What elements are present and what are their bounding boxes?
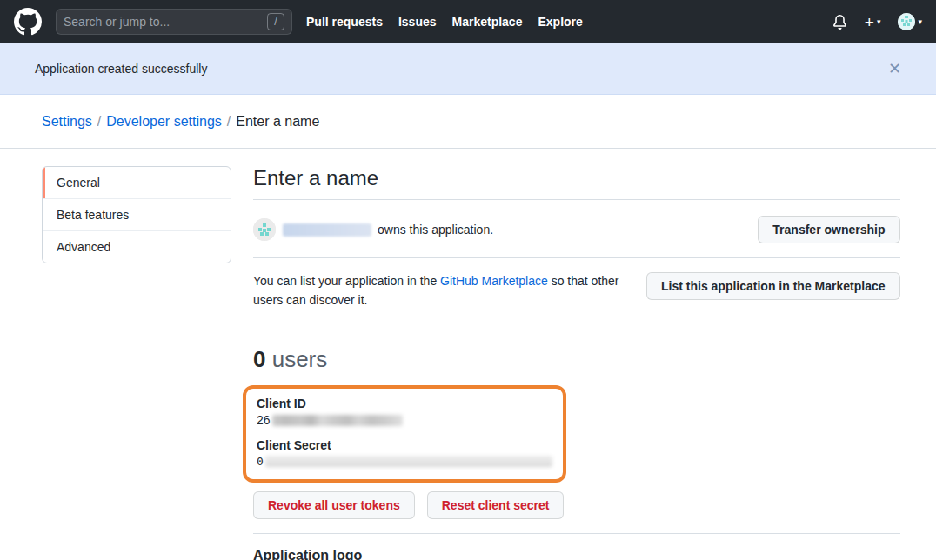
- client-id-label: Client ID: [257, 397, 552, 410]
- breadcrumb-separator: /: [227, 114, 231, 129]
- client-id-redacted: [272, 415, 403, 426]
- breadcrumb-current: Enter a name: [236, 114, 319, 129]
- notifications-bell-icon[interactable]: [832, 15, 847, 30]
- breadcrumb-band: Settings/Developer settings/Enter a name: [0, 95, 936, 149]
- owner-avatar: [253, 218, 276, 241]
- owner-row: owns this application. Transfer ownershi…: [253, 216, 900, 243]
- chevron-down-icon: ▾: [918, 17, 922, 26]
- nav-marketplace[interactable]: Marketplace: [452, 15, 523, 29]
- flash-message: Application created successfully: [35, 62, 207, 76]
- active-marker: [43, 167, 45, 198]
- users-count-heading: 0 users: [253, 346, 900, 373]
- breadcrumb: Settings/Developer settings/Enter a name: [42, 95, 894, 148]
- page-title: Enter a name: [253, 166, 900, 200]
- user-avatar: [898, 13, 915, 30]
- reset-secret-button[interactable]: Reset client secret: [427, 491, 565, 519]
- breadcrumb-settings[interactable]: Settings: [42, 114, 92, 129]
- users-label: users: [272, 346, 328, 372]
- breadcrumb-separator: /: [97, 114, 101, 129]
- owner-name-redacted: [283, 223, 371, 237]
- divider: [253, 533, 900, 534]
- client-secret-value: 0: [257, 455, 552, 468]
- application-logo-heading: Application logo: [253, 548, 900, 560]
- client-secret-redacted: [265, 456, 552, 467]
- sidebar-item-general[interactable]: General: [43, 167, 231, 198]
- nav-pull-requests[interactable]: Pull requests: [306, 15, 383, 29]
- divider: [253, 257, 900, 258]
- plus-icon: +: [865, 14, 874, 30]
- header-actions: + ▾ ▾: [832, 13, 922, 30]
- slash-shortcut-key: /: [267, 13, 284, 30]
- breadcrumb-developer-settings[interactable]: Developer settings: [106, 114, 222, 129]
- marketplace-row: You can list your application in the Git…: [253, 272, 900, 310]
- flash-banner: Application created successfully ✕: [0, 43, 936, 95]
- sidebar-item-beta-features[interactable]: Beta features: [43, 198, 231, 230]
- client-secret-label: Client Secret: [257, 438, 552, 452]
- nav-issues[interactable]: Issues: [398, 15, 437, 29]
- list-in-marketplace-button[interactable]: List this application in the Marketplace: [646, 272, 900, 300]
- top-navigation: Search or jump to... / Pull requests Iss…: [0, 0, 936, 43]
- marketplace-text: You can list your application in the Git…: [253, 272, 646, 310]
- sidebar-item-advanced[interactable]: Advanced: [43, 230, 231, 263]
- content-area: General Beta features Advanced Enter a n…: [42, 149, 894, 560]
- token-buttons-row: Revoke all user tokens Reset client secr…: [253, 491, 900, 519]
- owner-text: owns this application.: [378, 223, 493, 237]
- transfer-ownership-button[interactable]: Transfer ownership: [758, 216, 899, 243]
- github-marketplace-link[interactable]: GitHub Marketplace: [440, 274, 548, 288]
- github-logo-icon[interactable]: [14, 8, 42, 36]
- credentials-highlight-box: Client ID 26 Client Secret 0: [243, 385, 566, 483]
- sidebar-item-label: Advanced: [57, 240, 110, 254]
- client-id-value: 26: [257, 413, 552, 427]
- primary-nav: Pull requests Issues Marketplace Explore: [306, 15, 583, 29]
- close-icon[interactable]: ✕: [888, 61, 901, 77]
- sidebar-item-label: Beta features: [57, 208, 129, 222]
- revoke-tokens-button[interactable]: Revoke all user tokens: [253, 491, 415, 519]
- create-new-menu[interactable]: + ▾: [865, 14, 881, 30]
- app-settings-main: Enter a name owns this application. Tran…: [253, 166, 900, 560]
- search-input[interactable]: Search or jump to... /: [56, 9, 292, 35]
- nav-explore[interactable]: Explore: [538, 15, 582, 29]
- settings-sidenav: General Beta features Advanced: [42, 166, 231, 263]
- users-count: 0: [253, 346, 265, 372]
- chevron-down-icon: ▾: [877, 17, 881, 26]
- user-menu[interactable]: ▾: [898, 13, 922, 30]
- sidebar-item-label: General: [57, 176, 100, 190]
- search-placeholder: Search or jump to...: [64, 15, 170, 29]
